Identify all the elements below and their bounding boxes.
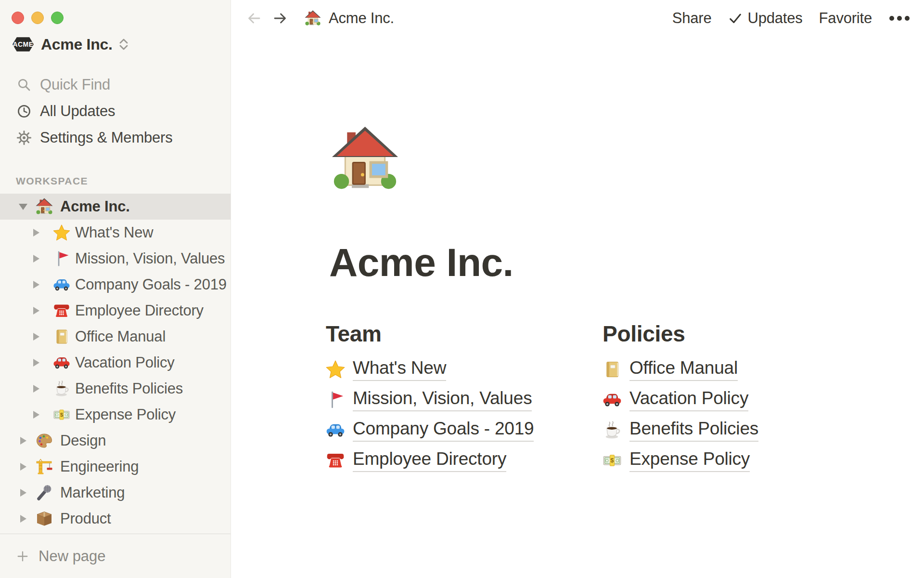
- minimize-window-button[interactable]: [31, 12, 44, 24]
- red-car-icon: [53, 354, 70, 371]
- expand-toggle[interactable]: [19, 463, 27, 471]
- page-link-vacation-policy[interactable]: Vacation Policy: [603, 384, 865, 415]
- breadcrumb-label: Acme Inc.: [329, 10, 394, 27]
- sidebar-page-expense-policy[interactable]: Expense Policy: [0, 402, 231, 428]
- page-link-benefits-policies[interactable]: Benefits Policies: [603, 415, 865, 445]
- collapse-toggle[interactable]: [19, 204, 27, 210]
- policies-column: Policies Office Manual Vacation Policy B…: [603, 315, 865, 475]
- workspace-switcher[interactable]: ACME Acme Inc.: [13, 34, 129, 55]
- sidebar: ACME Acme Inc. Quick Find All Updates Se…: [0, 0, 231, 578]
- expand-toggle[interactable]: [32, 307, 40, 315]
- expand-toggle[interactable]: [32, 229, 40, 236]
- page-link-label: What's New: [353, 358, 446, 381]
- ledger-icon: [603, 360, 622, 379]
- page-label: Mission, Vision, Values: [75, 250, 225, 267]
- share-button[interactable]: Share: [672, 10, 712, 27]
- more-options-button[interactable]: [888, 13, 911, 24]
- zoom-window-button[interactable]: [51, 12, 64, 24]
- sidebar-item-quick-find[interactable]: Quick Find: [0, 71, 231, 98]
- sidebar-page-employee-directory[interactable]: Employee Directory: [0, 298, 231, 324]
- palette-icon: [36, 432, 53, 449]
- blue-car-icon: [53, 276, 70, 293]
- topbar-actions: Share Updates Favorite: [672, 10, 911, 27]
- page-link-label: Company Goals - 2019: [353, 419, 534, 442]
- money-icon: [53, 406, 70, 423]
- sidebar-page-office-manual[interactable]: Office Manual: [0, 324, 231, 350]
- crane-icon: [36, 458, 53, 475]
- coffee-icon: [53, 380, 70, 397]
- close-window-button[interactable]: [12, 12, 24, 24]
- page-label: Employee Directory: [75, 302, 204, 319]
- microphone-icon: [36, 484, 53, 501]
- expand-toggle[interactable]: [32, 333, 40, 341]
- triangle-right-icon: [33, 333, 39, 341]
- page-icon-house[interactable]: [331, 126, 399, 194]
- ledger-icon: [53, 328, 70, 345]
- page-link-expense-policy[interactable]: Expense Policy: [603, 445, 865, 475]
- sidebar-page-whats-new[interactable]: What's New: [0, 220, 231, 246]
- sidebar-page-acme-inc[interactable]: Acme Inc.: [0, 194, 231, 220]
- sidebar-page-company-goals-2019[interactable]: Company Goals - 2019: [0, 272, 231, 298]
- phone-icon: [326, 451, 345, 470]
- new-page-label: New page: [38, 548, 106, 565]
- page-link-whats-new[interactable]: What's New: [326, 354, 588, 384]
- clock-icon: [16, 104, 32, 119]
- sidebar-item-all-updates[interactable]: All Updates: [0, 98, 231, 124]
- page-title[interactable]: Acme Inc.: [329, 243, 513, 282]
- workspace-section-label: WORKSPACE: [16, 175, 88, 187]
- forward-arrow-icon[interactable]: [271, 10, 289, 27]
- page-link-company-goals-2019[interactable]: Company Goals - 2019: [326, 415, 588, 445]
- expand-toggle[interactable]: [19, 515, 27, 523]
- back-arrow-icon[interactable]: [245, 10, 263, 27]
- column-heading-policies[interactable]: Policies: [603, 315, 865, 346]
- chevron-updown-icon: [118, 37, 129, 52]
- updates-label: Updates: [748, 10, 803, 27]
- triangle-right-icon: [33, 229, 39, 236]
- page-link-office-manual[interactable]: Office Manual: [603, 354, 865, 384]
- page-label: What's New: [75, 224, 153, 241]
- favorite-button[interactable]: Favorite: [819, 10, 872, 27]
- expand-toggle[interactable]: [19, 437, 27, 445]
- triangle-right-icon: [20, 463, 26, 471]
- sidebar-page-vacation-policy[interactable]: Vacation Policy: [0, 350, 231, 376]
- page-label: Design: [60, 432, 106, 449]
- page-link-label: Vacation Policy: [629, 388, 748, 411]
- column-heading-team[interactable]: Team: [326, 315, 588, 346]
- expand-toggle[interactable]: [32, 359, 40, 367]
- plus-icon: [16, 550, 29, 563]
- sidebar-page-benefits-policies[interactable]: Benefits Policies: [0, 376, 231, 402]
- sidebar-item-label: Quick Find: [40, 76, 110, 93]
- page-link-employee-directory[interactable]: Employee Directory: [326, 445, 588, 475]
- sidebar-item-settings-members[interactable]: Settings & Members: [0, 124, 231, 151]
- breadcrumb[interactable]: Acme Inc.: [289, 10, 394, 27]
- expand-toggle[interactable]: [32, 281, 40, 289]
- triangle-right-icon: [33, 307, 39, 315]
- star-icon: [53, 224, 70, 241]
- page-label: Benefits Policies: [75, 380, 183, 397]
- expand-toggle[interactable]: [32, 411, 40, 419]
- sidebar-page-product[interactable]: Product: [0, 506, 231, 532]
- triangle-right-icon: [33, 281, 39, 289]
- gear-icon: [16, 130, 32, 145]
- sidebar-page-mission-vision-values[interactable]: Mission, Vision, Values: [0, 246, 231, 272]
- page-link-label: Mission, Vision, Values: [353, 388, 532, 411]
- page-link-label: Employee Directory: [353, 449, 506, 472]
- updates-button[interactable]: Updates: [728, 10, 803, 27]
- new-page-button[interactable]: New page: [0, 534, 231, 578]
- page-link-label: Expense Policy: [629, 449, 750, 472]
- page-link-mission-vision-values[interactable]: Mission, Vision, Values: [326, 384, 588, 415]
- page-label: Product: [60, 510, 111, 527]
- sidebar-page-engineering[interactable]: Engineering: [0, 454, 231, 480]
- sidebar-page-marketing[interactable]: Marketing: [0, 480, 231, 506]
- blue-car-icon: [326, 420, 345, 440]
- checkmark-icon: [728, 11, 743, 26]
- expand-toggle[interactable]: [32, 385, 40, 393]
- sidebar-page-design[interactable]: Design: [0, 428, 231, 454]
- page-label: Vacation Policy: [75, 354, 175, 371]
- triangle-right-icon: [20, 515, 26, 523]
- expand-toggle[interactable]: [32, 255, 40, 263]
- flag-icon: [326, 390, 345, 409]
- window-controls: [12, 12, 64, 24]
- expand-toggle[interactable]: [19, 489, 27, 497]
- policies-links: Office Manual Vacation Policy Benefits P…: [603, 354, 865, 475]
